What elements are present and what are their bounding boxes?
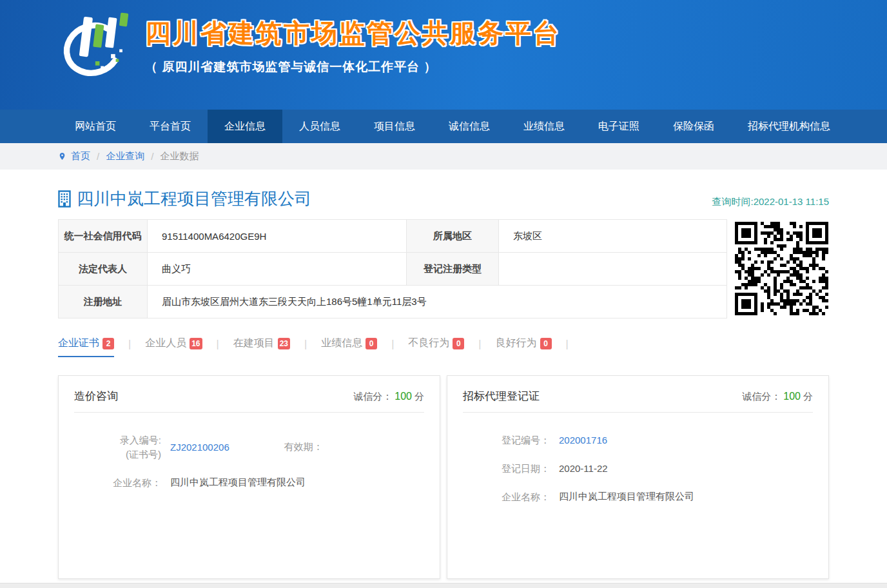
card-title: 造价咨询 [74, 389, 118, 404]
registration-number-label: 登记编号： [482, 433, 550, 447]
tab-separator: | [478, 338, 481, 356]
region-value: 东坡区 [499, 220, 727, 253]
nav-item-e-certificate[interactable]: 电子证照 [581, 110, 656, 143]
tab-label: 不良行为 [408, 337, 449, 350]
score-label: 诚信分： [742, 391, 781, 402]
tab-projects-in-progress[interactable]: 在建项目 23 [233, 337, 290, 357]
table-row: 统一社会信用代码 91511400MA6420GE9H 所属地区 东坡区 [59, 220, 727, 253]
company-name-value: 四川中岚工程项目管理有限公司 [559, 491, 694, 503]
tab-label: 业绩信息 [321, 337, 362, 350]
registration-number-link[interactable]: 202001716 [559, 435, 607, 446]
company-name-value: 四川中岚工程项目管理有限公司 [170, 476, 306, 489]
footer-strip [0, 583, 887, 588]
tab-count-badge: 0 [453, 338, 464, 349]
tab-separator: | [217, 338, 219, 356]
tab-label: 在建项目 [233, 337, 275, 350]
breadcrumb-separator: / [97, 151, 99, 162]
tab-count-badge: 2 [102, 338, 114, 349]
breadcrumb: 首页 / 企业查询 / 企业数据 [58, 143, 829, 170]
tab-enterprise-certificates[interactable]: 企业证书 2 [58, 337, 114, 357]
query-time: 查询时间:2022-01-13 11:15 [712, 196, 830, 210]
breadcrumb-current: 企业数据 [160, 150, 199, 162]
site-subtitle: （ 原四川省建筑市场监管与诚信一体化工作平台 ） [145, 59, 561, 75]
platform-logo-icon [58, 5, 130, 83]
integrity-score: 诚信分：100分 [742, 391, 813, 403]
score-value: 100 [783, 391, 801, 402]
entry-number-label: 录入编号:(证书号) [93, 433, 161, 462]
table-row: 法定代表人 曲义巧 登记注册类型 [59, 253, 727, 286]
tab-label: 良好行为 [496, 337, 537, 350]
credit-code-value: 91511400MA6420GE9H [148, 220, 407, 253]
registration-date-label: 登记日期： [482, 462, 550, 476]
company-name-label: 企业名称： [482, 490, 550, 504]
building-icon [58, 190, 73, 208]
site-header: 四川省建筑市场监管公共服务平台 （ 原四川省建筑市场监管与诚信一体化工作平台 ） [0, 0, 887, 110]
cost-consulting-card: 造价咨询 诚信分：100分 录入编号:(证书号) ZJ202100206 有效期… [58, 375, 440, 579]
main-nav: 网站首页 平台首页 企业信息 人员信息 项目信息 诚信信息 业绩信息 电子证照 … [0, 110, 887, 143]
breadcrumb-separator: / [151, 151, 153, 162]
address-value: 眉山市东坡区眉州大道东三段天天向上186号5幢1单元11层3号 [148, 286, 727, 318]
location-pin-icon [58, 151, 66, 162]
table-row: 注册地址 眉山市东坡区眉州大道东三段天天向上186号5幢1单元11层3号 [59, 286, 727, 318]
tab-separator: | [566, 338, 569, 356]
registration-date-value: 2020-11-22 [559, 463, 608, 474]
reg-type-value [499, 253, 727, 286]
credit-code-label: 统一社会信用代码 [59, 220, 148, 253]
nav-item-performance-info[interactable]: 业绩信息 [507, 110, 581, 143]
tab-good-behavior[interactable]: 良好行为 0 [496, 337, 552, 357]
card-title: 招标代理登记证 [463, 389, 540, 404]
score-unit: 分 [803, 391, 813, 402]
tab-separator: | [128, 338, 131, 356]
tab-count-badge: 23 [278, 338, 290, 349]
platform-logo [58, 5, 130, 85]
company-info-table: 统一社会信用代码 91511400MA6420GE9H 所属地区 东坡区 法定代… [58, 219, 727, 318]
legal-rep-label: 法定代表人 [59, 253, 148, 286]
nav-item-enterprise-info[interactable]: 企业信息 [208, 110, 282, 143]
validity-label: 有效期： [284, 441, 323, 453]
nav-item-project-info[interactable]: 项目信息 [357, 110, 432, 143]
nav-item-platform-home[interactable]: 平台首页 [133, 110, 208, 143]
tab-enterprise-personnel[interactable]: 企业人员 16 [145, 337, 202, 357]
company-name-label: 企业名称： [93, 476, 161, 490]
score-value: 100 [395, 391, 412, 402]
region-label: 所属地区 [407, 220, 499, 253]
main-content: 四川中岚工程项目管理有限公司 查询时间:2022-01-13 11:15 统一社… [58, 188, 829, 579]
tab-count-badge: 16 [190, 338, 202, 349]
site-title: 四川省建筑市场监管公共服务平台 [145, 15, 561, 51]
tab-count-badge: 0 [540, 338, 552, 349]
tab-separator: | [391, 338, 394, 356]
score-unit: 分 [414, 391, 424, 402]
qr-code [735, 222, 828, 315]
score-label: 诚信分： [353, 391, 392, 402]
nav-item-insurance-guarantee[interactable]: 保险保函 [656, 110, 731, 143]
breadcrumb-home-link[interactable]: 首页 [71, 150, 90, 162]
nav-item-site-home[interactable]: 网站首页 [58, 110, 133, 143]
integrity-score: 诚信分：100分 [353, 391, 424, 403]
breadcrumb-bar: 首页 / 企业查询 / 企业数据 [0, 143, 887, 170]
nav-item-integrity-info[interactable]: 诚信信息 [432, 110, 507, 143]
address-label: 注册地址 [59, 286, 148, 318]
bidding-agency-card: 招标代理登记证 诚信分：100分 登记编号： 202001716 登记日期： 2… [447, 375, 829, 579]
reg-type-label: 登记注册类型 [407, 253, 499, 286]
tab-bad-behavior[interactable]: 不良行为 0 [408, 337, 464, 357]
tab-count-badge: 0 [366, 338, 377, 349]
nav-item-bidding-agency-info[interactable]: 招标代理机构信息 [731, 110, 847, 143]
breadcrumb-query-link[interactable]: 企业查询 [106, 150, 144, 162]
company-name: 四川中岚工程项目管理有限公司 [77, 188, 311, 210]
nav-item-personnel-info[interactable]: 人员信息 [282, 110, 357, 143]
tab-label: 企业人员 [145, 337, 186, 350]
tab-label: 企业证书 [58, 337, 99, 350]
certificate-cards: 造价咨询 诚信分：100分 录入编号:(证书号) ZJ202100206 有效期… [58, 375, 829, 579]
tab-separator: | [304, 338, 307, 356]
company-title: 四川中岚工程项目管理有限公司 [58, 188, 311, 210]
legal-rep-value: 曲义巧 [148, 253, 407, 286]
certificate-number-link[interactable]: ZJ202100206 [170, 442, 229, 453]
tab-performance-info[interactable]: 业绩信息 0 [321, 337, 377, 357]
cert-tabs: 企业证书 2 | 企业人员 16 | 在建项目 23 | 业绩信息 0 | 不良… [58, 337, 829, 357]
